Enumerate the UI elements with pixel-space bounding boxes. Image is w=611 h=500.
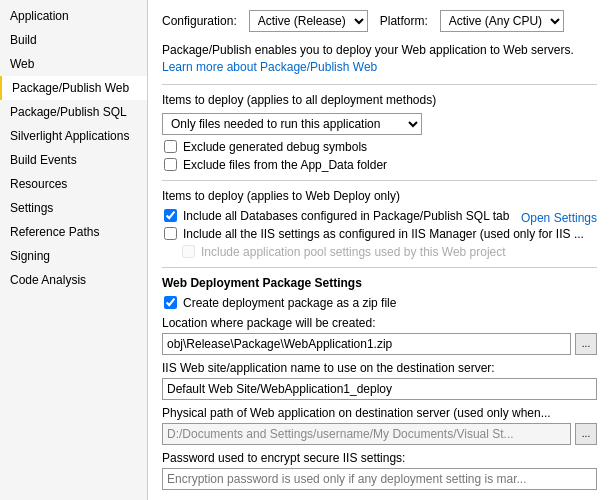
- exclude-debug-checkbox[interactable]: [164, 140, 177, 153]
- include-iis-settings-label: Include all the IIS settings as configur…: [183, 227, 584, 241]
- sidebar-item-code-analysis[interactable]: Code Analysis: [0, 268, 147, 292]
- include-databases-row: Include all Databases configured in Pack…: [162, 209, 597, 227]
- physical-browse-button[interactable]: ...: [575, 423, 597, 445]
- items-deploy-dropdown-row: Only files needed to run this applicatio…: [162, 113, 597, 135]
- configuration-label: Configuration:: [162, 14, 237, 28]
- sidebar-item-web[interactable]: Web: [0, 52, 147, 76]
- location-input-row: ...: [162, 333, 597, 355]
- iis-input-row: [162, 378, 597, 400]
- sidebar-item-package-publish-web[interactable]: Package/Publish Web: [0, 76, 147, 100]
- iis-label: IIS Web site/application name to use on …: [162, 361, 597, 375]
- password-input[interactable]: [162, 468, 597, 490]
- divider-3: [162, 267, 597, 268]
- description-body: Package/Publish enables you to deploy yo…: [162, 43, 574, 57]
- create-zip-checkbox[interactable]: [164, 296, 177, 309]
- configuration-select-wrapper[interactable]: Active (Release): [249, 10, 368, 32]
- include-app-pool-row: Include application pool settings used b…: [162, 245, 597, 259]
- sidebar-item-build-events[interactable]: Build Events: [0, 148, 147, 172]
- top-bar: Configuration: Active (Release) Platform…: [162, 10, 597, 32]
- exclude-debug-label: Exclude generated debug symbols: [183, 140, 367, 154]
- exclude-debug-row: Exclude generated debug symbols: [162, 140, 597, 154]
- section2-label: Items to deploy (applies to Web Deploy o…: [162, 189, 597, 203]
- include-app-pool-label: Include application pool settings used b…: [201, 245, 506, 259]
- include-iis-settings-checkbox[interactable]: [164, 227, 177, 240]
- create-zip-row: Create deployment package as a zip file: [162, 296, 597, 310]
- exclude-appdata-label: Exclude files from the App_Data folder: [183, 158, 387, 172]
- learn-more-link[interactable]: Learn more about Package/Publish Web: [162, 60, 377, 74]
- sidebar-item-resources[interactable]: Resources: [0, 172, 147, 196]
- password-input-row: [162, 468, 597, 490]
- platform-select[interactable]: Active (Any CPU): [441, 11, 563, 31]
- description-text: Package/Publish enables you to deploy yo…: [162, 42, 597, 76]
- exclude-appdata-row: Exclude files from the App_Data folder: [162, 158, 597, 172]
- include-iis-settings-row: Include all the IIS settings as configur…: [162, 227, 597, 241]
- include-databases-checkbox-row: Include all Databases configured in Pack…: [162, 209, 515, 223]
- location-browse-button[interactable]: ...: [575, 333, 597, 355]
- sidebar-item-package-publish-sql[interactable]: Package/Publish SQL: [0, 100, 147, 124]
- physical-label: Physical path of Web application on dest…: [162, 406, 597, 420]
- items-deploy-select[interactable]: Only files needed to run this applicatio…: [162, 113, 422, 135]
- iis-input[interactable]: [162, 378, 597, 400]
- main-content: Configuration: Active (Release) Platform…: [148, 0, 611, 500]
- sidebar-item-silverlight-applications[interactable]: Silverlight Applications: [0, 124, 147, 148]
- platform-select-wrapper[interactable]: Active (Any CPU): [440, 10, 564, 32]
- open-settings-link[interactable]: Open Settings: [521, 211, 597, 225]
- section1-label: Items to deploy (applies to all deployme…: [162, 93, 597, 107]
- sidebar-item-settings[interactable]: Settings: [0, 196, 147, 220]
- create-zip-label: Create deployment package as a zip file: [183, 296, 396, 310]
- web-deploy-section-label: Web Deployment Package Settings: [162, 276, 597, 290]
- divider-1: [162, 84, 597, 85]
- include-app-pool-checkbox: [182, 245, 195, 258]
- sidebar: ApplicationBuildWebPackage/Publish WebPa…: [0, 0, 148, 500]
- sidebar-item-reference-paths[interactable]: Reference Paths: [0, 220, 147, 244]
- sidebar-item-application[interactable]: Application: [0, 4, 147, 28]
- platform-label: Platform:: [380, 14, 428, 28]
- exclude-appdata-checkbox[interactable]: [164, 158, 177, 171]
- include-databases-label: Include all Databases configured in Pack…: [183, 209, 509, 223]
- location-input[interactable]: [162, 333, 571, 355]
- include-databases-checkbox[interactable]: [164, 209, 177, 222]
- sidebar-item-build[interactable]: Build: [0, 28, 147, 52]
- configuration-select[interactable]: Active (Release): [250, 11, 367, 31]
- divider-2: [162, 180, 597, 181]
- location-label: Location where package will be created:: [162, 316, 597, 330]
- physical-input: [162, 423, 571, 445]
- sidebar-item-signing[interactable]: Signing: [0, 244, 147, 268]
- physical-input-row: ...: [162, 423, 597, 445]
- password-label: Password used to encrypt secure IIS sett…: [162, 451, 597, 465]
